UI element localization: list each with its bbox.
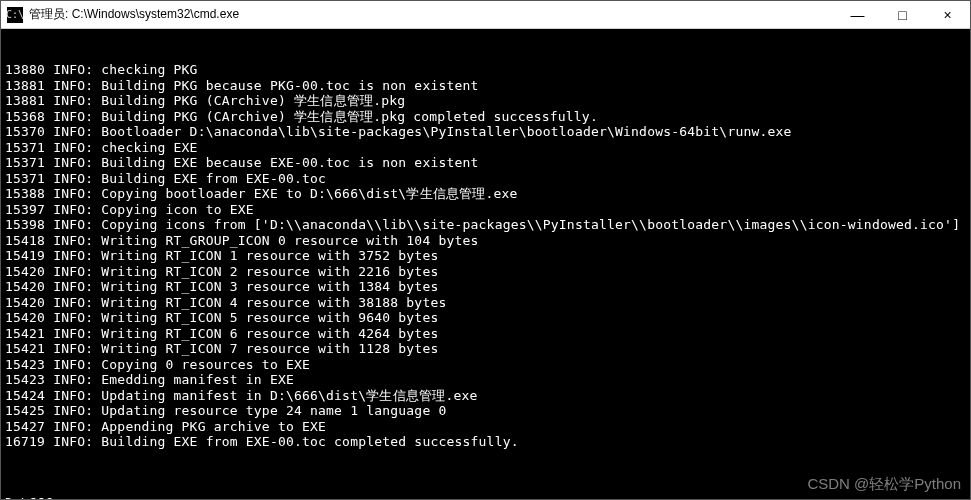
output-line: 13881 INFO: Building PKG (CArchive) 学生信息… <box>5 93 966 109</box>
cmd-window: C:\ 管理员: C:\Windows\system32\cmd.exe — □… <box>0 0 971 500</box>
output-line: 15388 INFO: Copying bootloader EXE to D:… <box>5 186 966 202</box>
output-line: 15420 INFO: Writing RT_ICON 5 resource w… <box>5 310 966 326</box>
output-line: 15368 INFO: Building PKG (CArchive) 学生信息… <box>5 109 966 125</box>
output-line: 15371 INFO: Building EXE from EXE-00.toc <box>5 171 966 187</box>
window-title: 管理员: C:\Windows\system32\cmd.exe <box>29 6 835 23</box>
output-line: 15424 INFO: Updating manifest in D:\666\… <box>5 388 966 404</box>
output-line: 15420 INFO: Writing RT_ICON 2 resource w… <box>5 264 966 280</box>
output-line: 15398 INFO: Copying icons from ['D:\\ana… <box>5 217 966 233</box>
output-line: 15371 INFO: checking EXE <box>5 140 966 156</box>
output-line: 15420 INFO: Writing RT_ICON 3 resource w… <box>5 279 966 295</box>
output-line: 15425 INFO: Updating resource type 24 na… <box>5 403 966 419</box>
prompt-text: D:\666> <box>5 495 61 500</box>
output-line: 15421 INFO: Writing RT_ICON 6 resource w… <box>5 326 966 342</box>
output-line: 15397 INFO: Copying icon to EXE <box>5 202 966 218</box>
cmd-icon: C:\ <box>7 7 23 23</box>
close-button[interactable]: × <box>925 1 970 28</box>
prompt-line: D:\666> <box>5 495 966 500</box>
output-line: 15420 INFO: Writing RT_ICON 4 resource w… <box>5 295 966 311</box>
terminal-output[interactable]: 13880 INFO: checking PKG13881 INFO: Buil… <box>1 29 970 499</box>
output-line: 15427 INFO: Appending PKG archive to EXE <box>5 419 966 435</box>
output-line: 15423 INFO: Emedding manifest in EXE <box>5 372 966 388</box>
minimize-button[interactable]: — <box>835 1 880 28</box>
output-line: 15421 INFO: Writing RT_ICON 7 resource w… <box>5 341 966 357</box>
output-line: 15370 INFO: Bootloader D:\anaconda\lib\s… <box>5 124 966 140</box>
output-line: 15419 INFO: Writing RT_ICON 1 resource w… <box>5 248 966 264</box>
window-controls: — □ × <box>835 1 970 28</box>
output-line: 16719 INFO: Building EXE from EXE-00.toc… <box>5 434 966 450</box>
output-line: 13881 INFO: Building PKG because PKG-00.… <box>5 78 966 94</box>
maximize-button[interactable]: □ <box>880 1 925 28</box>
output-line: 13880 INFO: checking PKG <box>5 62 966 78</box>
titlebar[interactable]: C:\ 管理员: C:\Windows\system32\cmd.exe — □… <box>1 1 970 29</box>
output-line: 15418 INFO: Writing RT_GROUP_ICON 0 reso… <box>5 233 966 249</box>
output-line: 15423 INFO: Copying 0 resources to EXE <box>5 357 966 373</box>
output-line: 15371 INFO: Building EXE because EXE-00.… <box>5 155 966 171</box>
